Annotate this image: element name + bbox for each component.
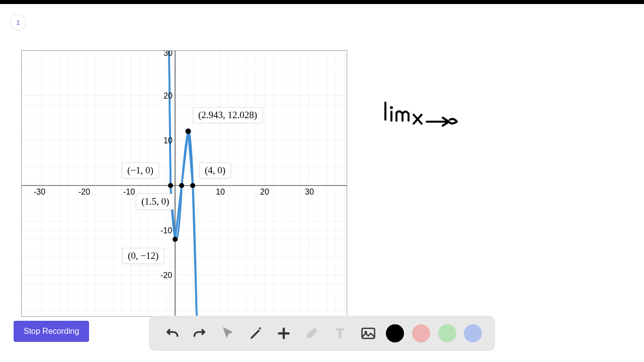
ytick-neg10: -10	[160, 226, 172, 235]
label-neg1-0[interactable]: (−1, 0)	[122, 162, 159, 178]
image-tool[interactable]	[358, 323, 378, 343]
page-number: 1	[16, 19, 20, 26]
graph-svg	[22, 51, 347, 317]
ytick-10: 10	[164, 136, 173, 145]
label-0-neg12[interactable]: (0, −12)	[122, 248, 164, 264]
graph-panel: -30 -20 -10 10 20 30 -20 -10 10 20 30 (2…	[21, 50, 347, 317]
xtick-neg10: -10	[123, 188, 135, 197]
stop-recording-button[interactable]: Stop Recording	[14, 321, 89, 342]
xtick-20: 20	[260, 188, 269, 197]
color-pink[interactable]	[412, 324, 430, 342]
color-green[interactable]	[438, 324, 456, 342]
xtick-neg30: -30	[34, 188, 45, 197]
drawing-toolbar	[149, 316, 495, 351]
eraser-tool[interactable]	[302, 323, 322, 343]
handwriting-annotation: lim x →	[382, 101, 463, 136]
point-0-neg12	[173, 237, 178, 242]
label-max[interactable]: (2.943, 12.028)	[193, 107, 263, 123]
ytick-30: 30	[164, 50, 173, 58]
color-blue[interactable]	[464, 324, 482, 342]
redo-button[interactable]	[190, 323, 210, 343]
label-1p5-0[interactable]: (1.5, 0)	[136, 194, 175, 210]
ytick-20: 20	[164, 92, 173, 101]
label-4-0[interactable]: (4, 0)	[199, 162, 231, 178]
undo-button[interactable]	[162, 323, 182, 343]
color-black[interactable]	[386, 324, 404, 342]
xtick-10: 10	[216, 188, 225, 197]
page-indicator[interactable]: 1	[10, 14, 26, 30]
point-max	[186, 129, 191, 134]
point-1p5-0	[179, 183, 184, 188]
ytick-neg20: -20	[160, 271, 172, 280]
text-tool[interactable]	[330, 323, 350, 343]
svg-point-69	[391, 107, 392, 108]
window-top-bar	[0, 0, 644, 4]
point-neg1-0	[168, 183, 173, 188]
svg-rect-70	[362, 328, 374, 338]
add-button[interactable]	[274, 323, 294, 343]
xtick-30: 30	[305, 188, 314, 197]
pen-tool[interactable]	[246, 323, 266, 343]
point-4-0	[190, 183, 195, 188]
stop-recording-label: Stop Recording	[24, 327, 79, 335]
pointer-tool[interactable]	[218, 323, 238, 343]
xtick-neg20: -20	[78, 188, 90, 197]
